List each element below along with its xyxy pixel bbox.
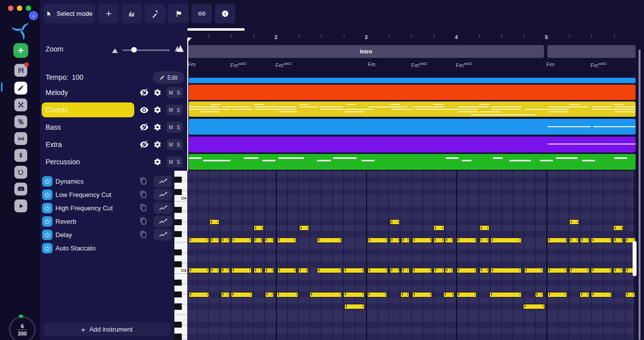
zoom-out-icon[interactable]: [111, 47, 118, 55]
tempo-edit-button[interactable]: Edit: [153, 71, 184, 84]
midi-note[interactable]: [254, 225, 264, 231]
info-button[interactable]: [215, 4, 235, 23]
midi-note[interactable]: [591, 292, 612, 297]
midi-note[interactable]: [221, 268, 230, 273]
midi-note[interactable]: [277, 238, 296, 243]
chord-label[interactable]: Fm: [188, 61, 196, 67]
history-icon[interactable]: [14, 166, 27, 179]
chord-label[interactable]: Fmadd2: [590, 61, 607, 68]
midi-note[interactable]: [613, 238, 623, 243]
mute-button[interactable]: M: [167, 107, 175, 113]
black-key-G#3[interactable]: [174, 219, 182, 225]
midi-note[interactable]: [457, 268, 477, 273]
midi-note[interactable]: [390, 268, 400, 273]
midi-note[interactable]: [613, 268, 623, 273]
midi-note[interactable]: [368, 268, 388, 273]
chart-button[interactable]: [121, 4, 142, 23]
black-key-F#2[interactable]: [174, 303, 182, 309]
gear-icon[interactable]: [154, 89, 161, 98]
mute-button[interactable]: M: [167, 125, 175, 130]
piano-roll-icon[interactable]: [14, 64, 27, 77]
gear-icon[interactable]: [154, 158, 161, 168]
black-key-F#3[interactable]: [174, 231, 182, 237]
midi-note[interactable]: [254, 238, 263, 243]
midi-note[interactable]: [298, 268, 308, 273]
eye-icon[interactable]: [140, 106, 149, 115]
midi-note[interactable]: [480, 268, 489, 273]
midi-note[interactable]: [569, 238, 579, 243]
gear-icon[interactable]: [154, 106, 161, 116]
credits-counter[interactable]: 6 300: [9, 316, 36, 340]
vertical-scrollbar-track[interactable]: [639, 49, 641, 340]
midi-note[interactable]: [210, 268, 219, 273]
midi-note[interactable]: [231, 292, 253, 297]
copy-icon[interactable]: [140, 204, 147, 213]
copy-icon[interactable]: [140, 191, 147, 200]
power-toggle-icon[interactable]: [42, 243, 53, 253]
sidebar-expand-chevron-icon[interactable]: ›: [29, 11, 38, 20]
play-icon[interactable]: [14, 199, 27, 212]
chord-label[interactable]: Fmadd2: [275, 61, 292, 68]
chord-label[interactable]: Fmadd2: [411, 61, 428, 68]
midi-note[interactable]: [591, 238, 612, 243]
midi-note[interactable]: [401, 268, 410, 273]
midi-note[interactable]: [412, 238, 432, 243]
midi-note[interactable]: [390, 219, 400, 225]
midi-note[interactable]: [265, 268, 274, 273]
midi-note[interactable]: [569, 268, 590, 273]
mute-button[interactable]: M: [167, 159, 175, 165]
chord-label[interactable]: Fmadd2: [230, 61, 247, 68]
midi-note[interactable]: [443, 292, 454, 297]
automation-curve-button[interactable]: [154, 189, 172, 200]
midi-note[interactable]: [276, 292, 298, 297]
power-toggle-icon[interactable]: [42, 176, 53, 187]
midi-note[interactable]: [412, 268, 432, 273]
copy-icon[interactable]: [140, 177, 147, 187]
lane-melody-partial[interactable]: [189, 78, 636, 83]
midi-note[interactable]: [390, 238, 400, 243]
lane-bass[interactable]: [189, 119, 636, 135]
midi-note[interactable]: [535, 292, 543, 297]
midi-note[interactable]: [625, 292, 635, 297]
black-key-D#2[interactable]: [174, 322, 182, 328]
midi-note[interactable]: [523, 304, 545, 309]
shuffle-icon[interactable]: [14, 98, 27, 111]
zoom-slider-track[interactable]: [122, 49, 170, 51]
track-row-chords[interactable]: Chords M S: [40, 102, 187, 117]
gear-icon[interactable]: [154, 123, 161, 133]
solo-button[interactable]: S: [175, 90, 182, 96]
power-toggle-icon[interactable]: [42, 203, 53, 213]
chord-label[interactable]: Fm: [368, 61, 376, 67]
link-button[interactable]: [191, 4, 212, 23]
midi-note[interactable]: [457, 292, 477, 297]
chord-label[interactable]: Fmadd2: [456, 61, 472, 68]
midi-note[interactable]: [591, 268, 612, 273]
solo-button[interactable]: S: [175, 125, 182, 130]
midi-note[interactable]: [343, 292, 365, 297]
black-key-A#2[interactable]: [174, 280, 182, 286]
midi-note[interactable]: [524, 268, 543, 273]
broadcast-icon[interactable]: [14, 132, 27, 145]
midi-note[interactable]: [317, 268, 342, 273]
black-key-D#4[interactable]: [174, 177, 182, 183]
mute-button[interactable]: M: [167, 142, 175, 147]
section-block-intro[interactable]: Intro: [188, 45, 544, 58]
midi-note[interactable]: [433, 268, 444, 273]
midi-note[interactable]: [254, 268, 263, 273]
midi-note[interactable]: [221, 292, 230, 297]
midi-note[interactable]: [299, 225, 309, 231]
automation-curve-button[interactable]: [154, 202, 172, 214]
automation-curve-button[interactable]: [154, 216, 172, 227]
midi-note[interactable]: [613, 225, 623, 231]
flag-button[interactable]: [168, 4, 189, 23]
copy-icon[interactable]: [140, 217, 147, 227]
black-key-G#2[interactable]: [174, 291, 182, 297]
lane-melody[interactable]: [189, 85, 636, 100]
zoom-in-icon[interactable]: [174, 45, 184, 54]
midi-note[interactable]: [189, 268, 209, 273]
window-close-button[interactable]: [8, 5, 13, 11]
midi-note[interactable]: [344, 304, 365, 309]
midi-note[interactable]: [547, 238, 567, 243]
solo-button[interactable]: S: [175, 107, 182, 113]
midi-note[interactable]: [490, 238, 522, 243]
